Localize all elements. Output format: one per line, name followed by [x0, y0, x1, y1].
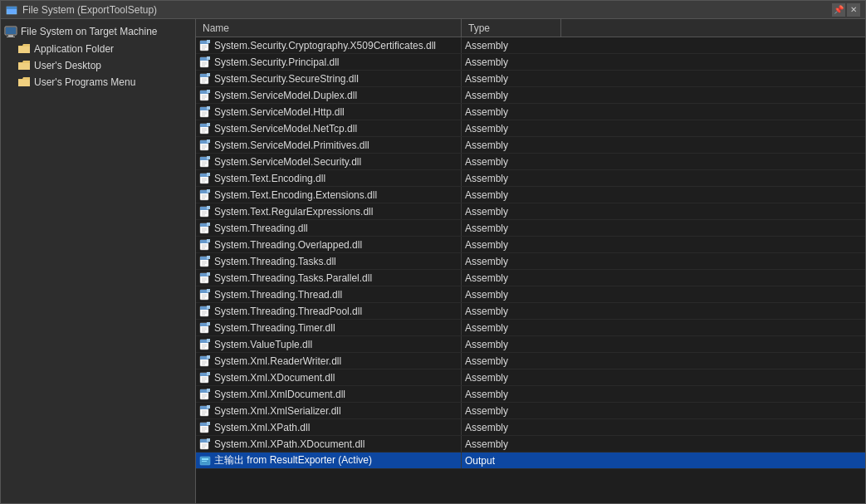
- sidebar-root[interactable]: File System on Target Machine: [1, 22, 195, 41]
- table-row[interactable]: System.Security.Cryptography.X509Certifi…: [196, 37, 865, 54]
- table-row[interactable]: System.Xml.XPath.dllAssembly: [196, 419, 865, 436]
- table-row[interactable]: System.ServiceModel.Duplex.dllAssembly: [196, 87, 865, 104]
- pin-button[interactable]: 📌: [832, 3, 845, 17]
- table-row[interactable]: System.ServiceModel.NetTcp.dllAssembly: [196, 120, 865, 137]
- assembly-icon: [199, 272, 211, 284]
- table-row[interactable]: System.Xml.XmlDocument.dllAssembly: [196, 386, 865, 403]
- assembly-icon: [199, 355, 211, 367]
- assembly-icon: [199, 173, 211, 184]
- svg-rect-35: [207, 106, 210, 110]
- assembly-icon: [199, 189, 211, 201]
- table-row[interactable]: System.Text.Encoding.dllAssembly: [196, 170, 865, 187]
- title-bar-buttons: 📌 ✕: [832, 3, 860, 17]
- close-button[interactable]: ✕: [847, 3, 860, 17]
- sidebar-item-app-folder[interactable]: Application Folder: [14, 41, 195, 57]
- file-type: Output: [462, 453, 561, 468]
- file-type: Assembly: [462, 37, 561, 53]
- file-type: Assembly: [462, 403, 561, 418]
- table-row[interactable]: System.ValueTuple.dllAssembly: [196, 336, 865, 353]
- table-row[interactable]: System.ServiceModel.Http.dllAssembly: [196, 104, 865, 120]
- sidebar-root-label: File System on Target Machine: [21, 26, 158, 37]
- assembly-icon: [199, 372, 211, 384]
- file-name: System.Threading.dll: [214, 223, 308, 234]
- sidebar-item-user-programs-label: User's Programs Menu: [34, 76, 135, 88]
- table-row[interactable]: System.ServiceModel.Security.dllAssembly: [196, 154, 865, 170]
- sidebar-item-user-programs[interactable]: User's Programs Menu: [14, 74, 195, 91]
- table-row[interactable]: System.Threading.Tasks.dllAssembly: [196, 253, 865, 270]
- file-name: System.ServiceModel.Primitives.dll: [214, 139, 369, 151]
- assembly-icon: [199, 156, 211, 168]
- table-row[interactable]: System.Threading.ThreadPool.dllAssembly: [196, 303, 865, 320]
- table-row[interactable]: System.Threading.Timer.dllAssembly: [196, 320, 865, 336]
- file-type: Assembly: [462, 220, 561, 236]
- table-row[interactable]: System.ServiceModel.Primitives.dllAssemb…: [196, 137, 865, 154]
- table-row[interactable]: System.Xml.XDocument.dllAssembly: [196, 369, 865, 386]
- file-type: Assembly: [462, 353, 561, 369]
- folder-icon: [17, 42, 31, 56]
- svg-rect-5: [6, 27, 16, 34]
- svg-rect-3: [8, 35, 13, 37]
- table-row[interactable]: System.Threading.Thread.dllAssembly: [196, 286, 865, 303]
- file-name: System.Xml.XPath.dll: [214, 422, 310, 433]
- assembly-icon: [199, 405, 211, 417]
- file-name: System.Xml.XDocument.dll: [214, 372, 335, 384]
- file-name: System.Threading.Overlapped.dll: [214, 239, 362, 251]
- file-name: 主输出 from ResultExporter (Active): [214, 453, 372, 467]
- table-row[interactable]: System.Text.Encoding.Extensions.dllAssem…: [196, 187, 865, 203]
- svg-rect-17: [207, 56, 210, 60]
- svg-rect-4: [7, 37, 15, 37]
- file-type: Assembly: [462, 436, 561, 452]
- main-window: File System (ExportToolSetup) 📌 ✕ File S…: [0, 0, 866, 504]
- file-name: System.ServiceModel.Security.dll: [214, 156, 361, 168]
- table-row[interactable]: System.Security.Principal.dllAssembly: [196, 54, 865, 71]
- table-row[interactable]: System.Xml.XmlSerializer.dllAssembly: [196, 403, 865, 419]
- sidebar-item-app-folder-label: Application Folder: [34, 43, 114, 55]
- file-name: System.Security.Cryptography.X509Certifi…: [214, 40, 436, 51]
- file-name: System.ServiceModel.NetTcp.dll: [214, 123, 357, 135]
- file-name: System.Security.Principal.dll: [214, 56, 340, 68]
- svg-rect-23: [207, 73, 210, 76]
- svg-rect-59: [207, 173, 210, 176]
- svg-rect-143: [207, 405, 210, 409]
- svg-rect-125: [207, 355, 210, 359]
- sidebar: File System on Target Machine Applicatio…: [1, 19, 196, 503]
- svg-rect-155: [207, 438, 210, 442]
- table-row[interactable]: System.Threading.Overlapped.dllAssembly: [196, 237, 865, 253]
- file-list-header: Name Type: [196, 19, 865, 37]
- file-type: Assembly: [462, 187, 561, 203]
- file-type: Assembly: [462, 237, 561, 252]
- computer-icon: [4, 25, 17, 38]
- svg-rect-65: [207, 189, 210, 193]
- table-row[interactable]: 主输出 from ResultExporter (Active)Output: [196, 453, 865, 469]
- file-list-body[interactable]: System.Security.Cryptography.X509Certifi…: [196, 37, 865, 503]
- sidebar-item-user-desktop[interactable]: User's Desktop: [14, 57, 195, 74]
- sidebar-children: Application Folder User's Desktop User's…: [1, 41, 195, 91]
- table-row[interactable]: System.Threading.dllAssembly: [196, 220, 865, 237]
- table-row[interactable]: System.Security.SecureString.dllAssembly: [196, 71, 865, 87]
- assembly-icon: [199, 106, 211, 118]
- window-icon: [6, 4, 17, 16]
- window-title: File System (ExportToolSetup): [22, 4, 157, 16]
- assembly-icon: [199, 73, 211, 85]
- table-row[interactable]: System.Xml.ReaderWriter.dllAssembly: [196, 353, 865, 369]
- svg-rect-89: [207, 256, 210, 259]
- svg-rect-41: [207, 123, 210, 126]
- svg-rect-77: [207, 223, 210, 226]
- file-name: System.ServiceModel.Http.dll: [214, 106, 345, 118]
- table-row[interactable]: System.Threading.Tasks.Parallel.dllAssem…: [196, 270, 865, 286]
- table-row[interactable]: System.Text.RegularExpressions.dllAssemb…: [196, 203, 865, 220]
- file-name: System.ServiceModel.Duplex.dll: [214, 90, 357, 101]
- output-icon: [199, 455, 211, 467]
- svg-rect-95: [207, 272, 210, 276]
- file-type: Assembly: [462, 170, 561, 186]
- file-type: Assembly: [462, 203, 561, 219]
- file-type: Assembly: [462, 120, 561, 136]
- assembly-icon: [199, 289, 211, 301]
- assembly-icon: [199, 90, 211, 101]
- file-name: System.Threading.ThreadPool.dll: [214, 306, 362, 317]
- file-type: Assembly: [462, 137, 561, 153]
- table-row[interactable]: System.Xml.XPath.XDocument.dllAssembly: [196, 436, 865, 453]
- assembly-icon: [199, 389, 211, 400]
- svg-rect-29: [207, 90, 210, 93]
- file-name: System.Xml.XPath.XDocument.dll: [214, 438, 365, 450]
